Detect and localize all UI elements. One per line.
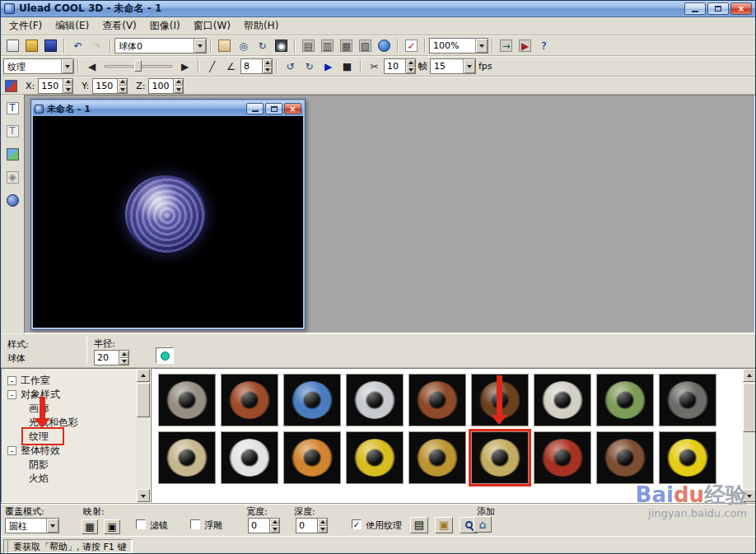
render-canvas[interactable] <box>33 116 303 328</box>
frame-position-spinner-down-button[interactable] <box>263 67 272 74</box>
texture-thumb-7[interactable] <box>534 374 591 426</box>
object-list-select-dropdown-button[interactable] <box>194 39 206 53</box>
tree-expander-icon[interactable]: - <box>7 390 16 399</box>
attribute-select-dropdown-button[interactable] <box>61 59 73 73</box>
grid-toggle-button[interactable]: ✓ <box>402 37 421 54</box>
frame-position-spinner-up-button[interactable] <box>263 59 272 67</box>
zoom-level-select-dropdown-button[interactable] <box>475 39 488 53</box>
shape-preview-button[interactable] <box>156 347 174 364</box>
fps-select-dropdown-button[interactable] <box>463 59 475 73</box>
width-spinner-up-button[interactable] <box>270 519 279 526</box>
width-spinner[interactable]: 0 <box>248 518 280 533</box>
radius-spinner[interactable]: 20 <box>94 350 129 365</box>
document-window[interactable]: 未命名 - 1 × <box>30 99 306 330</box>
z-spinner-up-button[interactable] <box>174 79 183 86</box>
overlay-mode-select-dropdown-button[interactable] <box>46 519 58 533</box>
insert-image-tool-button[interactable] <box>2 144 22 164</box>
edit-text-tool-button[interactable]: T <box>2 121 22 141</box>
y-spinner[interactable]: 150 <box>92 78 128 94</box>
tree-item-studio[interactable]: -工作室 <box>3 374 135 388</box>
tree-item-shadow[interactable]: 阴影 <box>3 458 135 472</box>
close-button[interactable]: × <box>730 2 752 15</box>
tree-item-object-style[interactable]: -对象样式 <box>3 388 135 402</box>
zoom-view-button[interactable]: ↻ <box>253 37 272 54</box>
redo-button[interactable]: ↷ <box>87 37 106 54</box>
insert-text-tool-button[interactable]: T <box>2 98 22 118</box>
total-frames-spinner-up-button[interactable] <box>406 59 415 67</box>
y-spinner-up-button[interactable] <box>118 79 127 86</box>
stop-button[interactable]: ■ <box>338 58 357 75</box>
mapping-plane-button[interactable]: ▣ <box>104 519 120 534</box>
texture-thumb-18[interactable] <box>659 431 716 484</box>
texture-thumb-13[interactable] <box>346 431 404 484</box>
undo-button[interactable]: ↶ <box>68 37 87 54</box>
scroll-down-button[interactable] <box>743 489 756 502</box>
menu-view[interactable]: 查看(V) <box>96 16 143 35</box>
texture-thumb-3[interactable] <box>283 374 341 426</box>
texture-browse-button[interactable]: ▣ <box>435 517 453 533</box>
document-titlebar[interactable]: 未命名 - 1 × <box>33 101 303 116</box>
document-maximize-button[interactable] <box>265 103 282 114</box>
tree-expander-icon[interactable]: - <box>7 376 16 385</box>
tree-scrollbar[interactable] <box>137 369 150 502</box>
tree-item-flame[interactable]: 火焰 <box>3 472 135 486</box>
scroll-up-button[interactable] <box>137 369 150 382</box>
sphere-object[interactable] <box>125 175 206 253</box>
insert-effect-tool-button[interactable]: ◈ <box>2 167 22 187</box>
split-object-button[interactable]: ▧ <box>356 37 375 54</box>
scrollbar-thumb[interactable] <box>743 383 756 432</box>
loop-forward-button[interactable]: ↻ <box>300 58 319 75</box>
menu-image[interactable]: 图像(I) <box>143 16 187 35</box>
filter-checkbox[interactable] <box>136 519 146 529</box>
attribute-select[interactable]: 纹理 <box>3 58 74 74</box>
menu-window[interactable]: 窗口(W) <box>187 16 237 35</box>
x-spinner-up-button[interactable] <box>63 79 72 86</box>
gallery-scrollbar[interactable] <box>743 369 756 502</box>
sphere-tool-button[interactable] <box>2 190 22 210</box>
texture-thumb-2[interactable] <box>221 374 278 426</box>
open-file-button[interactable] <box>22 37 41 54</box>
tree-expander-icon[interactable]: - <box>7 446 16 455</box>
z-spinner[interactable]: 100 <box>148 78 184 94</box>
x-spinner[interactable]: 150 <box>38 78 73 94</box>
scroll-down-button[interactable] <box>137 489 150 502</box>
loop-backward-button[interactable]: ↺ <box>281 58 300 75</box>
last-frame-button[interactable]: ▶ <box>175 58 194 75</box>
texture-thumb-8[interactable] <box>596 374 654 426</box>
tree-item-gallery[interactable]: 画廊 <box>3 402 135 416</box>
edit-text-button[interactable]: ▥ <box>318 37 337 54</box>
export-video-button[interactable]: ▶ <box>516 37 534 54</box>
document-close-button[interactable]: × <box>284 103 301 114</box>
texture-thumb-11[interactable] <box>221 431 278 484</box>
texture-thumb-17[interactable] <box>596 431 654 484</box>
maximize-button[interactable] <box>707 2 729 15</box>
texture-thumb-10[interactable] <box>158 431 216 484</box>
x-spinner-down-button[interactable] <box>63 86 72 93</box>
texture-thumb-1[interactable] <box>158 374 216 426</box>
texture-image-button[interactable]: ▤ <box>410 517 428 533</box>
depth-spinner-up-button[interactable] <box>318 519 327 526</box>
tree-item-global-effects[interactable]: -整体特效 <box>3 444 135 458</box>
insert-graphics-button[interactable]: ▦ <box>337 37 356 54</box>
texture-thumb-4[interactable] <box>346 374 404 426</box>
overlay-mode-select[interactable]: 圆柱 <box>5 518 59 533</box>
skew-button[interactable]: ╱ <box>203 58 222 75</box>
total-frames-spinner[interactable]: 10 <box>384 58 416 74</box>
pan-tool-button[interactable] <box>215 37 234 54</box>
texture-thumb-16[interactable] <box>534 431 591 484</box>
render-button[interactable]: ✂ <box>365 58 384 75</box>
context-help-button[interactable]: ? <box>534 37 553 54</box>
first-frame-button[interactable]: ◀ <box>82 58 101 75</box>
object-list-select[interactable]: 球体0 <box>114 38 207 54</box>
rotate-view-button[interactable]: ◎ <box>234 37 253 54</box>
web-globe-button[interactable] <box>375 37 394 54</box>
radius-spinner-down-button[interactable] <box>119 358 128 365</box>
insert-text-button[interactable]: ▤ <box>299 37 318 54</box>
texture-thumb-9[interactable] <box>659 374 716 426</box>
z-spinner-down-button[interactable] <box>174 86 183 93</box>
new-document-button[interactable] <box>3 37 22 54</box>
texture-thumb-14[interactable] <box>408 431 466 484</box>
zoom-level-select[interactable]: 100% <box>429 38 488 54</box>
menu-file[interactable]: 文件(F) <box>2 16 49 35</box>
titlebar[interactable]: Ulead COOL 3D - 未命名 - 1 × <box>1 1 755 17</box>
